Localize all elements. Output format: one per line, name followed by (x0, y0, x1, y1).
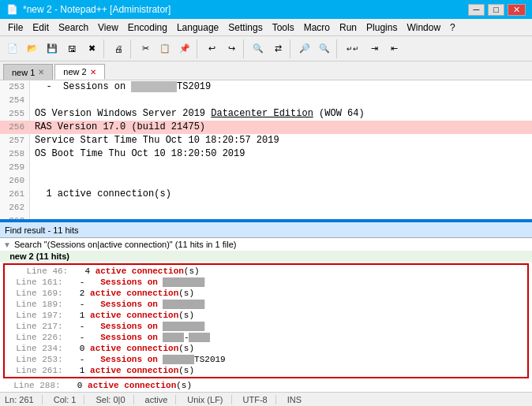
menu-run[interactable]: Run (335, 20, 362, 35)
menu-edit[interactable]: Edit (28, 20, 54, 35)
toolbar-sep-2 (130, 39, 133, 58)
code-line-258: 258 OS Boot Time Thu Oct 10 18:20:50 201… (0, 147, 532, 161)
title-bar: 📄 *new 2 - Notepad++ [Administrator] ─ □… (0, 0, 532, 19)
find-result-1[interactable]: Line 161: - Sessions on ████████ (6, 277, 526, 288)
code-editor[interactable]: 253 - Sessions on ████████TS2019 254 255… (0, 80, 532, 221)
find-result-2[interactable]: Line 169: 2 active connection(s) (6, 288, 526, 299)
tb-new[interactable]: 📄 (3, 39, 22, 58)
tab-new2[interactable]: new 2 ✕ (54, 64, 104, 80)
status-unix: Unix (LF) (187, 395, 231, 404)
tb-copy[interactable]: 📋 (155, 39, 174, 58)
code-line-254: 254 (0, 94, 532, 107)
title-text: *new 2 - Notepad++ [Administrator] (23, 4, 170, 15)
menu-file[interactable]: File (3, 20, 28, 35)
tb-redo[interactable]: ↪ (222, 39, 241, 58)
find-result-4[interactable]: Line 197: 1 active connection(s) (6, 310, 526, 321)
find-result-5[interactable]: Line 217: - Sessions on ████████ (6, 321, 526, 332)
find-panel-title: Find result - 11 hits (5, 225, 79, 235)
code-line-253: 253 - Sessions on ████████TS2019 (0, 80, 532, 94)
find-file-name: new 2 (11 hits) (9, 251, 69, 261)
code-line-261: 261 1 active connection(s) (0, 188, 532, 201)
menu-language[interactable]: Language (172, 20, 223, 35)
find-query-text: Search "(Sessions on|active connection)"… (14, 240, 237, 249)
find-file-label: new 2 (11 hits) (0, 251, 532, 262)
tb-print[interactable]: 🖨 (109, 39, 128, 58)
status-ins: INS (287, 395, 302, 404)
menu-plugins[interactable]: Plugins (362, 20, 402, 35)
menu-settings[interactable]: Settings (223, 20, 267, 35)
tb-cut[interactable]: ✂ (136, 39, 155, 58)
menu-tools[interactable]: Tools (268, 20, 299, 35)
tb-paste[interactable]: 📌 (175, 39, 194, 58)
status-active: active (145, 395, 177, 404)
menu-view[interactable]: View (93, 20, 123, 35)
close-btn[interactable]: ✕ (508, 4, 526, 16)
find-search-query: ▼ Search "(Sessions on|active connection… (0, 238, 532, 251)
code-line-262: 262 (0, 201, 532, 214)
tb-indent[interactable]: ⇥ (365, 39, 384, 58)
toolbar-sep-5 (290, 39, 293, 58)
toolbar-sep-3 (197, 39, 200, 58)
find-panel: Find result - 11 hits ▼ Search "(Session… (0, 221, 532, 393)
maximize-btn[interactable]: □ (488, 4, 504, 16)
find-toggle-icon[interactable]: ▼ (3, 240, 11, 249)
menu-search[interactable]: Search (54, 20, 93, 35)
tb-close[interactable]: ✖ (82, 39, 101, 58)
toolbar: 📄 📂 💾 🖫 ✖ 🖨 ✂ 📋 📌 ↩ ↪ 🔍 ⇄ 🔎 🔍 ↵↵ ⇥ ⇤ (0, 36, 532, 61)
find-header: Find result - 11 hits (0, 222, 532, 238)
tabs: new 1 ✕ new 2 ✕ (0, 61, 532, 80)
code-line-259: 259 (0, 161, 532, 174)
toolbar-sep-1 (103, 39, 107, 58)
tb-save[interactable]: 💾 (43, 39, 62, 58)
find-results[interactable]: ▼ Search "(Sessions on|active connection… (0, 238, 532, 393)
code-line-255: 255 OS Version Windows Server 2019 Datac… (0, 107, 532, 121)
find-result-6[interactable]: Line 226: - Sessions on ████-████ (6, 332, 526, 343)
tb-word-wrap[interactable]: ↵↵ (342, 39, 364, 58)
status-sel: Sel: 0|0 (96, 395, 133, 404)
menu-macro[interactable]: Macro (299, 20, 335, 35)
app-icon: 📄 (6, 4, 18, 15)
tb-zoom-in[interactable]: 🔎 (295, 39, 314, 58)
tb-find[interactable]: 🔍 (249, 39, 268, 58)
find-result-3[interactable]: Line 189: - Sessions on ████████ (6, 299, 526, 310)
tab-new2-close[interactable]: ✕ (90, 68, 96, 76)
tab-new1-close[interactable]: ✕ (38, 68, 44, 76)
status-col: Col: 1 (54, 395, 85, 404)
tb-outdent[interactable]: ⇤ (384, 39, 403, 58)
menu-help[interactable]: ? (445, 20, 460, 35)
tb-save-all[interactable]: 🖫 (62, 39, 81, 58)
find-result-9[interactable]: Line 261: 1 active connection(s) (6, 365, 526, 376)
code-line-256: 256 RAS Version 17.0 (build 21475) (0, 121, 532, 134)
find-result-8[interactable]: Line 253: - Sessions on ██████TS2019 (6, 354, 526, 365)
menu-window[interactable]: Window (402, 20, 445, 35)
find-result-0[interactable]: Line 46: 4 active connection(s) (6, 266, 526, 277)
tab-new2-label: new 2 (63, 67, 86, 76)
status-utf8: UTF-8 (243, 395, 276, 404)
find-results-boxed: Line 46: 4 active connection(s) Line 161… (3, 263, 529, 378)
tb-zoom-out[interactable]: 🔍 (315, 39, 334, 58)
toolbar-sep-6 (336, 39, 339, 58)
status-ln: Ln: 261 (5, 395, 43, 404)
menu-bar: File Edit Search View Encoding Language … (0, 19, 532, 36)
code-line-257: 257 Service Start Time Thu Oct 10 18:20:… (0, 134, 532, 147)
code-line-260: 260 (0, 174, 532, 188)
tab-new1-label: new 1 (12, 68, 35, 77)
status-bar: Ln: 261 Col: 1 Sel: 0|0 active Unix (LF)… (0, 392, 532, 406)
tb-undo[interactable]: ↩ (202, 39, 221, 58)
tb-replace[interactable]: ⇄ (268, 39, 287, 58)
find-result-7[interactable]: Line 234: 0 active connection(s) (6, 343, 526, 354)
code-line-263: 263 (0, 214, 532, 221)
find-result-10[interactable]: Line 288: 0 active connection(s) (3, 380, 532, 391)
menu-encoding[interactable]: Encoding (123, 20, 172, 35)
minimize-btn[interactable]: ─ (468, 4, 485, 16)
toolbar-sep-4 (243, 39, 246, 58)
tab-new1[interactable]: new 1 ✕ (3, 64, 53, 80)
tb-open[interactable]: 📂 (23, 39, 42, 58)
